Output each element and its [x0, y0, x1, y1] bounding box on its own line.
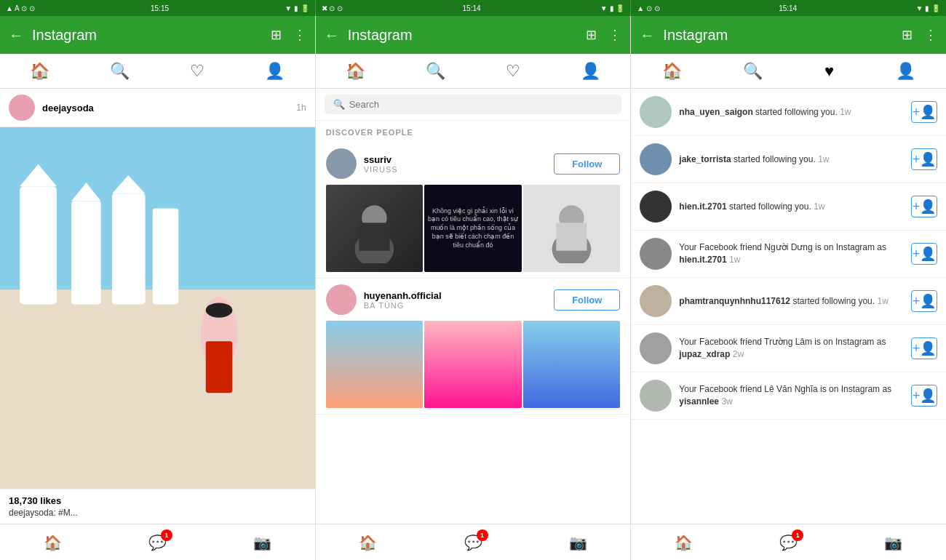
discover-handle-2: BÀ TÙNG	[364, 301, 555, 310]
topbar-notifications: ← Instagram ⊞ ⋮	[631, 16, 946, 54]
add-friend-btn-6[interactable]: +👤	[911, 337, 937, 359]
feed-post-footer: 18,730 likes deejaysoda: #M...	[0, 489, 315, 524]
follow-button-1[interactable]: Follow	[554, 153, 620, 175]
svg-rect-15	[359, 223, 389, 250]
post-caption: deejaysoda: #M...	[9, 508, 306, 518]
add-friend-btn-1[interactable]: +👤	[911, 101, 937, 123]
status-bar-3: ▲ ⊙ ⊙ 15:14 ▼ ▮ 🔋	[631, 0, 946, 16]
notif-avatar-7	[640, 380, 672, 412]
bottom-camera-2[interactable]: 📷	[569, 534, 587, 551]
grid-icon-1[interactable]: ⊞	[271, 27, 282, 43]
grid-icon-3[interactable]: ⊞	[902, 27, 913, 43]
back-arrow-3[interactable]: ←	[640, 27, 654, 44]
menu-icon-1[interactable]: ⋮	[293, 27, 306, 43]
add-friend-btn-5[interactable]: +👤	[911, 290, 937, 312]
bottom-message-2[interactable]: 💬 1	[464, 534, 482, 551]
notif-item-4: Your Facebook friend Người Dưng is on In…	[631, 231, 946, 278]
bottom-home-1[interactable]: 🏠	[44, 534, 62, 551]
notif-item-1: nha_uyen_saigon started following you. 1…	[631, 89, 946, 136]
svg-point-12	[206, 303, 233, 317]
nav-person-3[interactable]: 👤	[887, 56, 924, 87]
discover-avatar-2	[326, 284, 357, 315]
topbar-feed: ← Instagram ⊞ ⋮	[0, 16, 315, 54]
navbar-notifications: 🏠 🔍 ♥ 👤	[631, 54, 946, 89]
nav-home-2[interactable]: 🏠	[337, 56, 374, 87]
discover-person-1-header: ssuriv VIRUSS Follow	[326, 148, 621, 179]
add-friend-btn-2[interactable]: +👤	[911, 148, 937, 170]
svg-rect-8	[153, 209, 179, 305]
notif-item-6: Your Facebook friend Trường Lâm is on In…	[631, 325, 946, 372]
topbar-icons-3: ⊞ ⋮	[902, 27, 937, 43]
topbar-icons-2: ⊞ ⋮	[586, 27, 621, 43]
follow-button-2[interactable]: Follow	[554, 289, 620, 311]
notif-item-5: phamtranquynhnhu117612 started following…	[631, 278, 946, 325]
badge-3: 1	[792, 529, 803, 541]
nav-heart-1[interactable]: ♡	[181, 56, 213, 87]
svg-rect-18	[556, 223, 587, 250]
notif-avatar-1	[640, 96, 672, 128]
bottom-home-2[interactable]: 🏠	[359, 534, 377, 551]
notif-item-2: jake_torrista started following you. 1w …	[631, 136, 946, 183]
feed-post-header: deejaysoda 1h	[0, 89, 315, 127]
discover-photo-2a	[326, 321, 424, 408]
grid-icon-2[interactable]: ⊞	[586, 27, 597, 43]
post-time: 1h	[296, 103, 306, 113]
back-arrow-1[interactable]: ←	[9, 27, 23, 44]
nav-home-3[interactable]: 🏠	[653, 56, 691, 87]
nav-person-2[interactable]: 👤	[572, 56, 609, 87]
menu-icon-3[interactable]: ⋮	[924, 27, 937, 43]
notif-avatar-5	[640, 285, 672, 317]
discover-photo-1c	[523, 185, 621, 272]
notif-text-6: Your Facebook friend Trường Lâm is on In…	[679, 336, 905, 361]
notif-text-3: hien.it.2701 started following you. 1w	[679, 201, 905, 213]
nav-search-2[interactable]: 🔍	[417, 56, 454, 87]
add-friend-btn-3[interactable]: +👤	[911, 196, 937, 217]
panel-discover: ← Instagram ⊞ ⋮ 🏠 🔍 ♡ 👤 🔍 DISCOVER PEOPL…	[316, 16, 632, 524]
feed-content: deejaysoda 1h	[0, 89, 315, 524]
add-friend-btn-4[interactable]: +👤	[911, 243, 937, 265]
feed-post-image	[0, 127, 315, 489]
bottom-camera-3[interactable]: 📷	[884, 534, 902, 551]
discover-name-1[interactable]: ssuriv	[364, 154, 555, 165]
app-title-3: Instagram	[663, 27, 902, 44]
nav-search-1[interactable]: 🔍	[101, 56, 138, 87]
nav-search-3[interactable]: 🔍	[734, 56, 771, 87]
add-friend-btn-7[interactable]: +👤	[911, 385, 937, 407]
discover-person-2-header: huyenanh.official BÀ TÙNG Follow	[326, 284, 621, 315]
nav-home-1[interactable]: 🏠	[21, 56, 58, 87]
status-bars: ▲ A ⊙ ⊙ 15:15 ▼ ▮ 🔋 ✖ ⊙ ⊙ 15:14 ▼ ▮ 🔋 ▲ …	[0, 0, 946, 16]
discover-photo-1a	[326, 185, 424, 272]
navbar-feed: 🏠 🔍 ♡ 👤	[0, 54, 315, 89]
back-arrow-2[interactable]: ←	[325, 27, 339, 44]
menu-icon-2[interactable]: ⋮	[608, 27, 621, 43]
bottom-nav-3: 🏠 💬 1 📷	[631, 524, 946, 560]
notif-text-7: Your Facebook friend Lê Văn Nghĩa is on …	[679, 383, 905, 408]
nav-heart-2[interactable]: ♡	[497, 56, 529, 87]
discover-photo-1b: Không việc gì phải xin lỗi vì bạn có tiê…	[424, 185, 522, 272]
search-icon: 🔍	[333, 99, 345, 110]
likes-count: 18,730 likes	[9, 495, 306, 506]
nav-heart-3[interactable]: ♥	[816, 56, 843, 87]
bottom-message-3[interactable]: 💬 1	[779, 534, 798, 551]
bottom-navs: 🏠 💬 1 📷 🏠 💬 1 📷 🏠 💬 1 📷	[0, 524, 946, 560]
discover-title: DISCOVER PEOPLE	[316, 128, 631, 143]
post-username[interactable]: deejaysoda	[42, 103, 296, 113]
bottom-home-3[interactable]: 🏠	[675, 534, 693, 551]
topbar-icons-1: ⊞ ⋮	[271, 27, 306, 43]
nav-person-1[interactable]: 👤	[256, 56, 293, 87]
discover-info-1: ssuriv VIRUSS	[364, 154, 555, 174]
notifications-list: nha_uyen_saigon started following you. 1…	[631, 89, 946, 524]
search-input[interactable]	[349, 99, 613, 110]
app-title-2: Instagram	[348, 27, 587, 44]
svg-rect-10	[206, 341, 233, 393]
panel-feed: ← Instagram ⊞ ⋮ 🏠 🔍 ♡ 👤 deejaysoda 1h	[0, 16, 316, 524]
discover-photo-2b	[424, 321, 522, 408]
search-bar: 🔍	[316, 89, 631, 121]
bottom-message-1[interactable]: 💬 1	[148, 534, 167, 551]
discover-name-2[interactable]: huyenanh.official	[364, 290, 555, 301]
bottom-nav-1: 🏠 💬 1 📷	[0, 524, 316, 560]
bottom-camera-1[interactable]: 📷	[253, 534, 271, 551]
badge-1: 1	[161, 529, 172, 541]
notif-item-3: hien.it.2701 started following you. 1w +…	[631, 183, 946, 231]
app-title-1: Instagram	[32, 27, 271, 44]
